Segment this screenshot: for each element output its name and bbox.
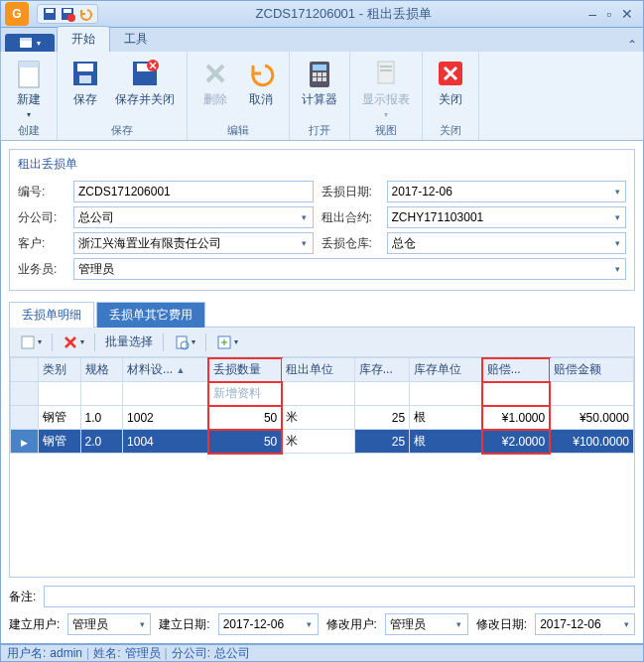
field-warehouse[interactable] [387, 232, 627, 254]
svg-rect-3 [64, 9, 71, 13]
delete-icon [199, 58, 231, 89]
header-panel: 租出丢损单 编号: 丢损日期: ▾ 分公司: ▾ 租出合约: ▾ 客户: ▾ 丢… [9, 149, 635, 291]
chevron-down-icon[interactable]: ▾ [610, 183, 624, 200]
chevron-down-icon[interactable]: ▾ [610, 208, 624, 226]
group-save-label: 保存 [111, 123, 133, 138]
col-loss-qty[interactable]: 丢损数量 [208, 358, 281, 382]
toolbar-preview-button[interactable]: ▾ [170, 332, 199, 352]
calculator-button[interactable]: 计算器 [298, 56, 341, 110]
chevron-down-icon[interactable]: ▾ [610, 260, 624, 278]
svg-rect-24 [380, 66, 392, 67]
svg-point-4 [67, 14, 75, 22]
field-contract[interactable] [387, 206, 627, 228]
maximize-button[interactable]: ▫ [606, 6, 611, 22]
report-icon [370, 58, 402, 89]
status-name: 管理员 [125, 645, 161, 662]
group-edit-label: 编辑 [227, 123, 249, 138]
status-bar: 用户名: admin | 姓名: 管理员 | 分公司: 总公司 [0, 644, 644, 662]
save-close-icon [129, 58, 161, 89]
status-name-label: 姓名: [93, 645, 120, 662]
file-menu-button[interactable]: ▾ [5, 34, 55, 52]
tab-tools[interactable]: 工具 [110, 27, 162, 52]
group-open-label: 打开 [309, 123, 330, 138]
close-button[interactable]: ✕ [621, 6, 633, 22]
tab-start[interactable]: 开始 [57, 26, 110, 52]
save-close-button[interactable]: 保存并关闭 [111, 56, 179, 110]
field-remark[interactable] [44, 586, 635, 607]
ribbon: 新建▾ 创建 保存 保存并关闭 保存 删除 取消 [0, 52, 644, 141]
table-row[interactable]: 钢管 1.0 1002 50 米 25 根 ¥1.0000 ¥50.0000 [11, 406, 634, 430]
svg-rect-23 [378, 62, 394, 83]
grid-toolbar: ▾ ▾ 批量选择 ▾ ▾ [10, 328, 634, 357]
col-price[interactable]: 赔偿... [482, 358, 550, 382]
quick-access [37, 4, 98, 24]
save-button[interactable]: 保存 [65, 56, 105, 110]
label-salesman: 业务员: [18, 261, 65, 278]
label-creator: 建立用户: [9, 616, 60, 633]
svg-rect-22 [322, 77, 326, 81]
group-view-label: 视图 [375, 123, 397, 138]
chevron-down-icon[interactable]: ▾ [298, 234, 312, 252]
app-icon: G [5, 2, 29, 26]
ribbon-expand-icon[interactable]: ⌃ [627, 38, 637, 52]
col-stock-unit[interactable]: 库存单位 [410, 358, 482, 382]
group-create-label: 创建 [18, 123, 40, 138]
report-button: 显示报表▾ [358, 56, 414, 121]
close-icon [435, 58, 466, 89]
col-stock-qty[interactable]: 库存... [354, 358, 409, 382]
chevron-down-icon[interactable]: ▾ [303, 615, 317, 633]
quick-saveclose-icon[interactable] [60, 6, 75, 22]
titlebar: G ZCDS171206001 - 租出丢损单 – ▫ ✕ [0, 0, 644, 28]
col-amount[interactable]: 赔偿金额 [550, 358, 634, 382]
tab-loss-lines[interactable]: 丢损单明细 [9, 302, 94, 328]
svg-rect-19 [322, 72, 326, 76]
close-document-button[interactable]: 关闭 [431, 56, 470, 110]
svg-rect-8 [19, 62, 39, 67]
cancel-button[interactable]: 取消 [241, 56, 281, 110]
panel-title: 租出丢损单 [18, 156, 626, 173]
chevron-down-icon[interactable]: ▾ [452, 615, 466, 633]
quick-save-icon[interactable] [42, 6, 58, 22]
table-row[interactable]: 钢管 2.0 1004 50 米 25 根 ¥2.0000 ¥100.0000 [11, 430, 634, 454]
svg-rect-1 [46, 9, 54, 13]
field-salesman[interactable] [73, 258, 626, 280]
quick-undo-icon[interactable] [77, 6, 93, 22]
chevron-down-icon[interactable]: ▾ [298, 208, 312, 226]
col-category[interactable]: 类别 [39, 358, 81, 382]
status-branch: 总公司 [214, 645, 250, 662]
save-icon [69, 58, 101, 89]
svg-rect-6 [20, 38, 32, 41]
col-material[interactable]: 材料设... ▲ [123, 358, 209, 382]
toolbar-new-button[interactable]: ▾ [16, 332, 46, 352]
label-contract: 租出合约: [322, 209, 379, 226]
label-no: 编号: [18, 184, 65, 200]
field-customer[interactable] [73, 232, 314, 254]
toolbar-batch-button[interactable]: 批量选择 [101, 331, 157, 352]
row-header-cell[interactable] [11, 358, 39, 382]
label-loss-date: 丢损日期: [322, 184, 379, 200]
new-row[interactable]: 新增资料 [11, 382, 634, 406]
status-user: admin [50, 646, 82, 660]
col-spec[interactable]: 规格 [80, 358, 123, 382]
chevron-down-icon[interactable]: ▾ [619, 615, 633, 633]
group-close-label: 关闭 [440, 123, 461, 138]
label-customer: 客户: [18, 235, 65, 252]
toolbar-delete-button[interactable]: ▾ [59, 332, 88, 352]
window-title: ZCDS171206001 - 租出丢损单 [98, 5, 588, 23]
chevron-down-icon[interactable]: ▾ [610, 234, 624, 252]
new-button[interactable]: 新建▾ [9, 56, 49, 121]
label-modify-date: 修改日期: [476, 616, 527, 633]
svg-rect-11 [79, 75, 91, 83]
detail-grid[interactable]: 类别 规格 材料设... ▲ 丢损数量 租出单位 库存... 库存单位 赔偿..… [10, 357, 634, 454]
field-branch[interactable] [73, 206, 314, 228]
field-no[interactable] [73, 181, 314, 202]
status-branch-label: 分公司: [172, 645, 210, 662]
chevron-down-icon[interactable]: ▾ [135, 615, 149, 633]
tab-other-fees[interactable]: 丢损单其它费用 [96, 302, 205, 328]
minimize-button[interactable]: – [588, 6, 596, 22]
field-loss-date[interactable] [387, 181, 627, 202]
status-user-label: 用户名: [7, 645, 46, 662]
toolbar-export-button[interactable]: ▾ [212, 332, 242, 352]
delete-button: 删除 [195, 56, 235, 110]
col-rent-unit[interactable]: 租出单位 [282, 358, 354, 382]
